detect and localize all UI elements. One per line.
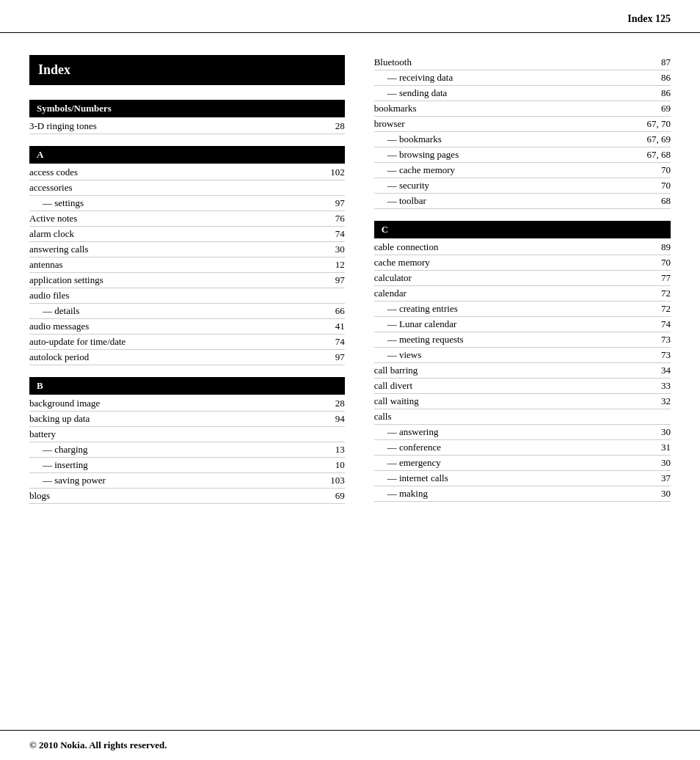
list-item: auto-update for time/date74: [29, 335, 345, 350]
list-item: — browsing pages67, 68: [374, 147, 671, 163]
entry-page: 86: [641, 87, 671, 99]
entry-label: background image: [29, 398, 316, 409]
entry-page: 102: [316, 167, 345, 178]
list-item: answering calls30: [29, 242, 345, 257]
section-header: B: [29, 377, 345, 395]
entry-page: 12: [316, 259, 345, 271]
list-item: — making30: [374, 486, 671, 502]
entry-label: answering calls: [29, 244, 316, 255]
list-item: antennas12: [29, 257, 345, 273]
entry-label: — settings: [29, 197, 316, 209]
index-title: Index: [29, 55, 345, 85]
entry-label: — conference: [374, 442, 641, 453]
entry-label: — browsing pages: [374, 149, 641, 161]
list-item: — bookmarks67, 69: [374, 132, 671, 147]
entry-page: 67, 68: [641, 149, 671, 161]
header-title: Index 125: [627, 13, 671, 25]
list-item: 3-D ringing tones28: [29, 119, 345, 134]
spacer: [374, 209, 671, 215]
entry-page: 97: [316, 274, 345, 286]
list-item: audio files: [29, 288, 345, 304]
entry-label: — cache memory: [374, 164, 641, 176]
list-item: accessories: [29, 180, 345, 196]
entry-label: — bookmarks: [374, 134, 641, 145]
list-item: calls: [374, 409, 671, 425]
list-item: background image28: [29, 396, 345, 412]
entry-page: 37: [641, 472, 671, 484]
entry-label: — creating entries: [374, 303, 641, 315]
list-item: browser67, 70: [374, 117, 671, 132]
entry-label: calculator: [374, 272, 641, 284]
entry-label: cache memory: [374, 257, 641, 268]
entry-page: 74: [316, 336, 345, 348]
list-item: blogs69: [29, 489, 345, 504]
entry-label: — answering: [374, 426, 641, 438]
entry-page: 30: [641, 457, 671, 469]
entry-label: application settings: [29, 274, 316, 286]
entry-label: browser: [374, 118, 641, 130]
entry-page: 30: [641, 426, 671, 438]
list-item: backing up data94: [29, 412, 345, 427]
entry-page: 73: [641, 334, 671, 346]
entry-label: — sending data: [374, 87, 641, 99]
entry-page: 70: [641, 180, 671, 191]
list-item: — charging13: [29, 442, 345, 458]
list-item: — views73: [374, 348, 671, 363]
entry-label: calls: [374, 411, 641, 423]
entry-page: 28: [316, 398, 345, 409]
entry-label: auto-update for time/date: [29, 336, 316, 348]
list-item: — cache memory70: [374, 163, 671, 178]
list-item: autolock period97: [29, 350, 345, 365]
list-item: bookmarks69: [374, 101, 671, 117]
list-item: — inserting10: [29, 458, 345, 473]
entry-label: — internet calls: [374, 472, 641, 484]
entry-label: backing up data: [29, 413, 316, 425]
entry-label: — security: [374, 180, 641, 191]
list-item: — sending data86: [374, 86, 671, 101]
entry-label: cable connection: [374, 241, 641, 253]
section-header: Symbols/Numbers: [29, 100, 345, 117]
list-item: call waiting32: [374, 394, 671, 409]
list-item: — security70: [374, 178, 671, 194]
entry-page: 10: [316, 459, 345, 471]
content-area: IndexSymbols/Numbers3-D ringing tones28A…: [0, 33, 700, 526]
entry-page: 103: [316, 475, 345, 486]
entry-label: — inserting: [29, 459, 316, 471]
page-header: Index 125: [0, 0, 700, 33]
entry-page: 31: [641, 442, 671, 453]
list-item: — emergency30: [374, 456, 671, 471]
entry-label: battery: [29, 428, 316, 440]
list-item: Active notes76: [29, 211, 345, 227]
entry-page: 13: [316, 444, 345, 456]
entry-page: 97: [316, 197, 345, 209]
entry-label: audio files: [29, 290, 316, 302]
entry-page: 72: [641, 288, 671, 299]
entry-label: — details: [29, 305, 316, 317]
entry-page: 86: [641, 72, 671, 84]
list-item: cable connection89: [374, 240, 671, 255]
entry-page: 97: [316, 351, 345, 363]
entry-page: 89: [641, 241, 671, 253]
entry-page: 94: [316, 413, 345, 425]
entry-label: — receiving data: [374, 72, 641, 84]
entry-label: — making: [374, 488, 641, 500]
right-column: Bluetooth87— receiving data86— sending d…: [360, 55, 671, 504]
entry-page: 69: [641, 103, 671, 114]
footer-text: © 2010 Nokia. All rights reserved.: [29, 739, 167, 750]
entry-page: 66: [316, 305, 345, 317]
list-item: cache memory70: [374, 255, 671, 271]
list-item: audio messages41: [29, 319, 345, 335]
entry-label: calendar: [374, 288, 641, 299]
entry-page: 77: [641, 272, 671, 284]
list-item: calendar72: [374, 286, 671, 302]
list-item: — internet calls37: [374, 471, 671, 486]
entry-label: bookmarks: [374, 103, 641, 114]
list-item: — toolbar68: [374, 194, 671, 209]
list-item: — meeting requests73: [374, 332, 671, 348]
list-item: — receiving data86: [374, 70, 671, 86]
entry-label: — toolbar: [374, 195, 641, 207]
entry-label: 3-D ringing tones: [29, 120, 316, 132]
entry-label: call barring: [374, 365, 641, 376]
list-item: alarm clock74: [29, 227, 345, 242]
list-item: — saving power103: [29, 473, 345, 489]
